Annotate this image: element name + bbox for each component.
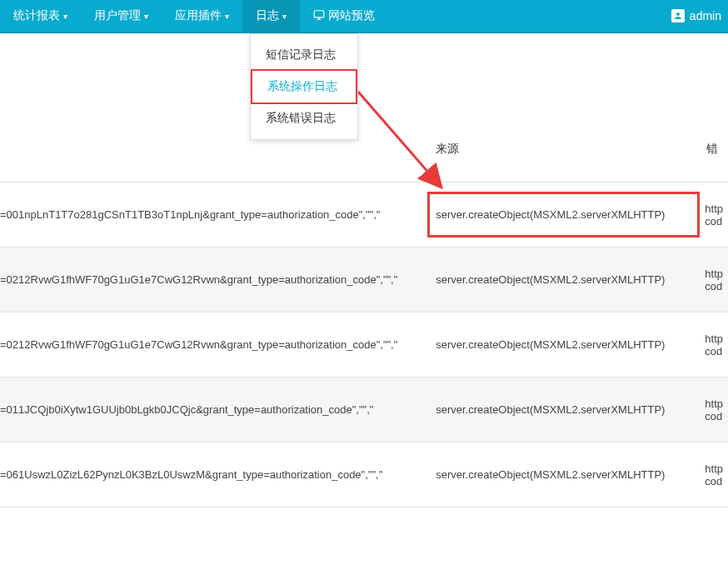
nav-plugins[interactable]: 应用插件 ▾ bbox=[162, 0, 242, 32]
cell-source: server.createObject(MSXML2.serverXMLHTTP… bbox=[427, 322, 700, 368]
cell-source: server.createObject(MSXML2.serverXMLHTTP… bbox=[427, 257, 700, 302]
table-row: =0212RvwG1fhWF70gG1uG1e7CwG12Rvwn&grant_… bbox=[0, 312, 728, 378]
table-row: =061UswzL0ZizL62PynzL0K3BzL0UswzM&grant_… bbox=[0, 442, 728, 508]
nav-label: 统计报表 bbox=[13, 8, 60, 23]
cell-error: http cod bbox=[700, 381, 728, 439]
cell-request: =061UswzL0ZizL62PynzL0K3BzL0UswzM&grant_… bbox=[0, 452, 427, 498]
cell-error: http cod bbox=[700, 316, 728, 374]
table-row: =0212RvwG1fhWF70gG1uG1e7CwG12Rvwn&grant_… bbox=[0, 248, 728, 312]
svg-point-3 bbox=[676, 12, 680, 16]
nav-label: 应用插件 bbox=[175, 8, 222, 23]
caret-down-icon: ▾ bbox=[225, 12, 229, 21]
top-navbar: 统计报表 ▾ 用户管理 ▾ 应用插件 ▾ 日志 ▾ 网站预览 admin bbox=[0, 0, 728, 33]
cell-request: =011JCQjb0iXytw1GUUjb0bLgkb0JCQjc&grant_… bbox=[0, 387, 427, 432]
cell-source: server.createObject(MSXML2.serverXMLHTTP… bbox=[427, 452, 700, 498]
caret-down-icon: ▾ bbox=[282, 12, 287, 21]
svg-rect-0 bbox=[314, 10, 324, 17]
nav-user-menu[interactable]: admin bbox=[665, 0, 728, 32]
cell-request: =001npLnT1T7o281gCSnT1TB3oT1npLnj&grant_… bbox=[0, 192, 427, 238]
monitor-icon bbox=[313, 9, 325, 23]
nav-label: 用户管理 bbox=[94, 8, 141, 23]
cell-source: server.createObject(MSXML2.serverXMLHTTP… bbox=[427, 387, 700, 432]
cell-request: =0212RvwG1fhWF70gG1uG1e7CwG12Rvwn&grant_… bbox=[0, 257, 427, 302]
logs-dropdown: 短信记录日志 系统操作日志 系统错误日志 bbox=[250, 33, 358, 140]
table-header-error: 错 bbox=[696, 117, 728, 182]
cell-error: http cod bbox=[700, 446, 728, 504]
user-label: admin bbox=[690, 9, 721, 22]
cell-error: http cod bbox=[700, 251, 728, 309]
nav-user-management[interactable]: 用户管理 ▾ bbox=[81, 0, 162, 32]
cell-source: server.createObject(MSXML2.serverXMLHTTP… bbox=[427, 192, 700, 238]
dropdown-system-operation-log[interactable]: 系统操作日志 bbox=[251, 69, 357, 104]
caret-down-icon: ▾ bbox=[144, 12, 148, 21]
nav-statistics[interactable]: 统计报表 ▾ bbox=[0, 0, 81, 32]
log-table: 来源 错 =001npLnT1T7o281gCSnT1TB3oT1npLnj&g… bbox=[0, 117, 728, 508]
nav-logs[interactable]: 日志 ▾ bbox=[242, 0, 300, 32]
dropdown-sms-log[interactable]: 短信记录日志 bbox=[251, 39, 357, 71]
user-icon bbox=[671, 9, 685, 22]
table-row: =011JCQjb0iXytw1GUUjb0bLgkb0JCQjc&grant_… bbox=[0, 378, 728, 442]
table-header-source: 来源 bbox=[426, 117, 696, 182]
cell-request: =0212RvwG1fhWF70gG1uG1e7CwG12Rvwn&grant_… bbox=[0, 322, 427, 368]
caret-down-icon: ▾ bbox=[63, 12, 67, 21]
cell-error: http cod bbox=[700, 186, 728, 244]
nav-label: 日志 bbox=[256, 8, 279, 23]
table-row: =001npLnT1T7o281gCSnT1TB3oT1npLnj&grant_… bbox=[0, 182, 728, 248]
preview-label: 网站预览 bbox=[328, 8, 375, 23]
table-header-row: 来源 错 bbox=[0, 117, 728, 182]
table-header-col1 bbox=[0, 117, 426, 182]
nav-site-preview[interactable]: 网站预览 bbox=[300, 0, 388, 32]
dropdown-system-error-log[interactable]: 系统错误日志 bbox=[251, 102, 357, 134]
